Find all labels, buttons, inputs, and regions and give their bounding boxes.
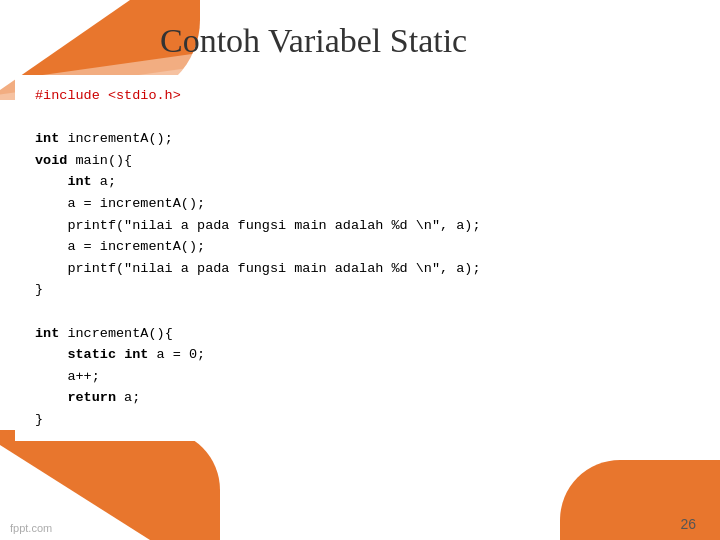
line-increment: a++; <box>35 369 100 384</box>
line-close-func: } <box>35 412 43 427</box>
func-decl-1: incrementA(); <box>59 131 172 146</box>
kw-void: void <box>35 153 67 168</box>
line-printf-2: printf("nilai a pada fungsi main adalah … <box>35 261 481 276</box>
kw-int-2: int <box>35 326 59 341</box>
line-int-a: int a; <box>35 174 116 189</box>
code-block: #include <stdio.h> int incrementA(); voi… <box>35 85 685 431</box>
main-func: main(){ <box>67 153 132 168</box>
kw-int-1: int <box>35 131 59 146</box>
title-area: Contoh Variabel Static <box>0 0 720 70</box>
line-close-main: } <box>35 282 43 297</box>
line-a-eq-2: a = incrementA(); <box>35 239 205 254</box>
line-printf-1: printf("nilai a pada fungsi main adalah … <box>35 218 481 233</box>
preprocessor-line: #include <stdio.h> <box>35 88 181 103</box>
slide-number: 26 <box>680 516 696 532</box>
line-a-eq-1: a = incrementA(); <box>35 196 205 211</box>
code-panel: #include <stdio.h> int incrementA(); voi… <box>15 75 705 441</box>
incr-func-def: incrementA(){ <box>59 326 172 341</box>
watermark: fppt.com <box>10 522 52 534</box>
slide-content: Contoh Variabel Static #include <stdio.h… <box>0 0 720 540</box>
slide-title: Contoh Variabel Static <box>160 22 660 60</box>
line-return: return a; <box>35 390 140 405</box>
line-static: static int a = 0; <box>35 347 205 362</box>
